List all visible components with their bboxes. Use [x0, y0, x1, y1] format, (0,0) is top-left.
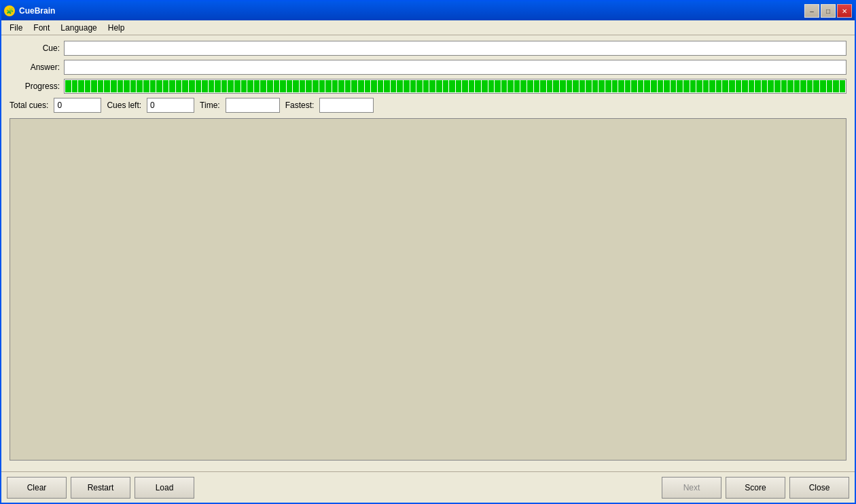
- progress-segment: [794, 80, 800, 92]
- total-cues-label: Total cues:: [10, 101, 48, 110]
- progress-segment: [221, 80, 228, 92]
- minimize-button[interactable]: –: [804, 4, 819, 18]
- title-bar: 🧩 CueBrain – □ ✕: [1, 1, 855, 20]
- progress-segment: [729, 80, 735, 92]
- bottom-bar: Clear Restart Load Next Score Close: [1, 471, 855, 503]
- progress-segment: [72, 80, 78, 92]
- load-button[interactable]: Load: [135, 477, 194, 499]
- progress-segment: [696, 80, 702, 92]
- progress-segment: [781, 80, 787, 92]
- menu-help[interactable]: Help: [103, 22, 130, 34]
- progress-segment: [612, 80, 618, 92]
- title-buttons: – □ ✕: [804, 4, 852, 18]
- progress-segment: [306, 80, 312, 92]
- progress-segment: [423, 80, 429, 92]
- progress-segment: [520, 80, 527, 92]
- progress-segment: [553, 80, 559, 92]
- bottom-right-buttons: Next Score Close: [662, 477, 849, 499]
- progress-segment: [287, 80, 293, 92]
- progress-segment: [260, 80, 266, 92]
- fastest-input[interactable]: [319, 98, 374, 113]
- progress-segment: [345, 80, 351, 92]
- time-input[interactable]: [226, 98, 280, 113]
- progress-segment: [807, 80, 813, 92]
- progress-bar-container: [64, 79, 846, 94]
- progress-segment: [573, 80, 579, 92]
- menu-file[interactable]: File: [4, 22, 28, 34]
- progress-segment: [137, 80, 143, 92]
- progress-segment: [833, 80, 839, 92]
- progress-segment: [371, 80, 377, 92]
- progress-segment: [118, 80, 124, 92]
- progress-segment: [683, 80, 690, 92]
- fastest-label: Fastest:: [285, 101, 315, 110]
- progress-segment: [325, 80, 332, 92]
- progress-segment: [631, 80, 637, 92]
- close-button[interactable]: Close: [789, 477, 849, 499]
- progress-segment: [664, 80, 670, 92]
- progress-row: Progress:: [10, 79, 846, 94]
- progress-segment: [456, 80, 462, 92]
- close-window-button[interactable]: ✕: [837, 4, 852, 18]
- menu-language[interactable]: Language: [55, 22, 102, 34]
- progress-segment: [625, 80, 631, 92]
- next-button[interactable]: Next: [662, 477, 721, 499]
- progress-segment: [800, 80, 806, 92]
- progress-segment: [176, 80, 182, 92]
- progress-segment: [703, 80, 709, 92]
- progress-segment: [313, 80, 319, 92]
- progress-segment: [690, 80, 696, 92]
- score-button[interactable]: Score: [726, 477, 785, 499]
- restart-button[interactable]: Restart: [71, 477, 130, 499]
- progress-segment: [98, 80, 104, 92]
- progress-segment: [840, 80, 846, 92]
- progress-segment: [507, 80, 514, 92]
- progress-segment: [547, 80, 553, 92]
- progress-segment: [586, 80, 592, 92]
- progress-segment: [820, 80, 826, 92]
- progress-segment: [189, 80, 195, 92]
- progress-segment: [755, 80, 761, 92]
- progress-segment: [436, 80, 442, 92]
- progress-segment: [182, 80, 188, 92]
- progress-segment: [111, 80, 117, 92]
- progress-segment: [749, 80, 755, 92]
- progress-segment: [410, 80, 416, 92]
- progress-segment: [514, 80, 520, 92]
- progress-segment: [247, 80, 253, 92]
- progress-segment: [774, 80, 781, 92]
- cues-left-label: Cues left:: [107, 101, 141, 110]
- answer-row: Answer:: [10, 60, 846, 75]
- stats-row: Total cues: Cues left: Time: Fastest:: [10, 98, 846, 113]
- progress-segment: [130, 80, 137, 92]
- total-cues-input[interactable]: [54, 98, 101, 113]
- progress-label: Progress:: [10, 82, 64, 91]
- progress-segment: [716, 80, 722, 92]
- clear-button[interactable]: Clear: [7, 477, 67, 499]
- progress-segment: [156, 80, 162, 92]
- answer-input[interactable]: [64, 60, 846, 75]
- progress-segment: [196, 80, 202, 92]
- progress-segment: [91, 80, 97, 92]
- menu-font[interactable]: Font: [28, 22, 55, 34]
- window-title: CueBrain: [19, 6, 55, 16]
- time-label: Time:: [200, 101, 220, 110]
- progress-segment: [592, 80, 599, 92]
- menu-bar: File Font Language Help: [1, 20, 855, 35]
- progress-segment: [443, 80, 449, 92]
- progress-segment: [300, 80, 306, 92]
- progress-segment: [280, 80, 286, 92]
- progress-segment: [658, 80, 664, 92]
- progress-segment: [482, 80, 488, 92]
- progress-segment: [274, 80, 280, 92]
- progress-segment: [605, 80, 611, 92]
- progress-segment: [293, 80, 299, 92]
- progress-segment: [78, 80, 84, 92]
- restore-button[interactable]: □: [821, 4, 836, 18]
- cues-left-input[interactable]: [147, 98, 194, 113]
- progress-segment: [475, 80, 481, 92]
- progress-segment: [599, 80, 605, 92]
- progress-segment: [241, 80, 247, 92]
- main-window: 🧩 CueBrain – □ ✕ File Font Language Help…: [0, 0, 856, 504]
- cue-input[interactable]: [64, 41, 846, 56]
